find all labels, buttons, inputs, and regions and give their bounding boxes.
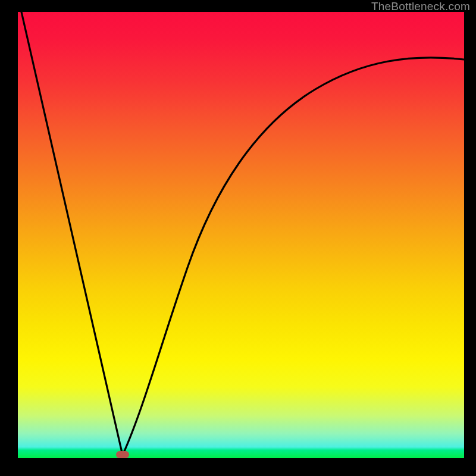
curve-right-segment [123, 58, 464, 455]
chart-frame: TheBottleneck.com [0, 0, 476, 476]
plot-area [18, 12, 464, 458]
min-marker [116, 451, 129, 458]
watermark-text: TheBottleneck.com [371, 0, 470, 13]
bottleneck-curve [18, 12, 464, 458]
curve-left-segment [21, 12, 123, 455]
